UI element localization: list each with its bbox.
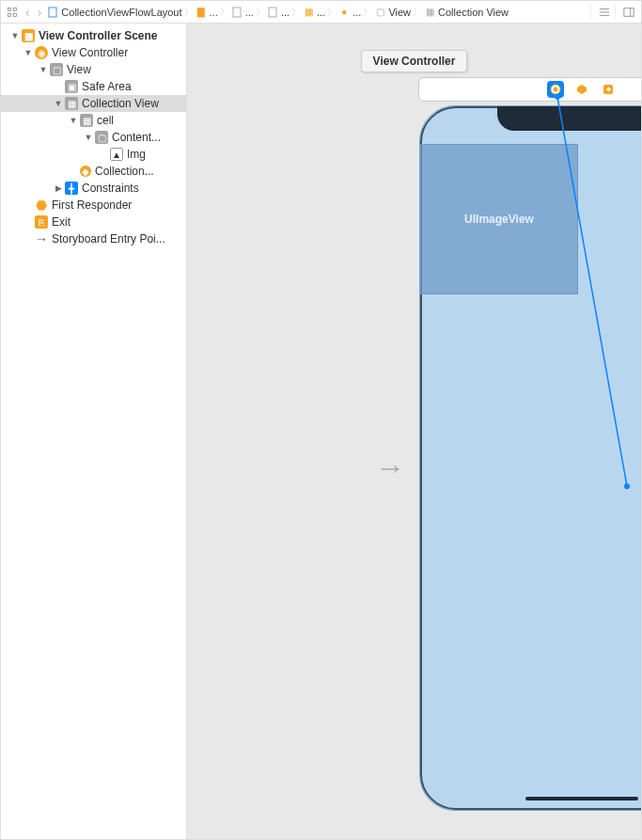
breadcrumb-item[interactable]: ... — [317, 7, 325, 18]
view-icon: ▢ — [374, 7, 385, 18]
svg-rect-4 — [49, 8, 56, 17]
outline-label: Storyboard Entry Poi... — [52, 232, 186, 246]
imageview-placeholder: UIImageView — [464, 213, 534, 226]
svg-rect-6 — [269, 8, 276, 17]
disclosure-icon[interactable] — [23, 48, 33, 57]
home-indicator — [525, 797, 638, 800]
folder-icon: ▇ — [196, 7, 207, 18]
storyboard-icon — [267, 7, 278, 18]
outline-label: View Controller — [52, 46, 186, 59]
svg-rect-2 — [8, 13, 11, 16]
outline-label: View Controller Scene — [39, 29, 186, 42]
outline-content-view[interactable]: ▢ Content... — [1, 129, 186, 146]
view-icon: ▢ — [50, 63, 63, 76]
svg-rect-1 — [14, 8, 17, 10]
scene-icon: ▦ — [303, 7, 314, 18]
collectionview-icon: ▦ — [65, 97, 78, 110]
storyboard-entry-arrow-icon[interactable]: → — [375, 451, 405, 485]
outline-exit[interactable]: ⎘ Exit — [1, 214, 186, 230]
prototype-cell[interactable]: UIImageView — [420, 144, 578, 294]
storyboard-icon — [231, 7, 243, 18]
breadcrumb-item[interactable]: ... — [245, 7, 254, 18]
outline-view-controller[interactable]: ◉ View Controller — [1, 44, 186, 61]
svg-rect-5 — [233, 8, 241, 17]
svg-rect-10 — [623, 8, 633, 16]
vc-icon: ● — [338, 7, 350, 18]
top-toolbar: ‹ › CollectionViewFlowLayout 〉 ▇... 〉 ..… — [1, 1, 641, 24]
file-icon — [47, 7, 58, 18]
toggle-panel-icon[interactable] — [615, 5, 635, 20]
svg-point-13 — [554, 87, 558, 92]
constraints-icon: ╋ — [65, 182, 78, 195]
grid-icon: ▦ — [424, 7, 435, 18]
outline-label: Safe Area — [82, 80, 186, 93]
outline-label: First Responder — [52, 198, 186, 212]
disclosure-icon[interactable] — [10, 31, 20, 40]
nav-forward-icon[interactable]: › — [36, 5, 44, 20]
svg-rect-0 — [8, 8, 11, 10]
scene-dock[interactable] — [418, 77, 641, 102]
outline-label: Content... — [112, 131, 186, 144]
tooltip-view-controller: View Controller — [361, 50, 468, 72]
document-outline[interactable]: ▦ View Controller Scene ◉ View Controlle… — [1, 24, 187, 839]
outline-label: Collection... — [95, 165, 186, 178]
flowlayout-icon: ◆ — [80, 166, 91, 177]
outline-view[interactable]: ▢ View — [1, 61, 186, 78]
breadcrumb-item[interactable]: ... — [352, 7, 361, 18]
imageview-icon: ▲ — [110, 148, 123, 161]
outline-collection-view[interactable]: ▦ Collection View — [1, 95, 186, 112]
breadcrumb-item[interactable]: ... — [210, 7, 218, 18]
outline-label: cell — [97, 114, 186, 127]
contentview-icon: ▢ — [95, 131, 108, 144]
disclosure-icon[interactable] — [54, 99, 63, 108]
outline-flow-layout[interactable]: ◆ Collection... — [1, 163, 186, 180]
outline-entry-point[interactable]: → Storyboard Entry Poi... — [1, 230, 186, 247]
outline-label: Exit — [52, 215, 186, 229]
outline-label: View — [67, 63, 186, 76]
outline-label: Constraints — [82, 182, 186, 195]
exit-icon: ⎘ — [35, 215, 48, 229]
outline-label: Img — [127, 148, 186, 161]
dock-viewcontroller-icon[interactable] — [548, 82, 563, 97]
outline-img[interactable]: ▲ Img — [1, 146, 186, 163]
related-items-icon[interactable] — [5, 5, 20, 20]
svg-rect-3 — [14, 13, 17, 16]
disclosure-icon[interactable] — [39, 65, 48, 74]
breadcrumb-item[interactable]: Collection View — [438, 7, 509, 18]
scene-icon: ▦ — [22, 29, 35, 42]
device-frame[interactable]: UIImageView — [419, 105, 641, 811]
breadcrumb-item[interactable]: ... — [281, 7, 290, 18]
adjust-editor-icon[interactable] — [590, 5, 611, 20]
firstresponder-icon: ⬣ — [35, 198, 48, 212]
disclosure-icon[interactable] — [84, 133, 93, 142]
outline-safe-area[interactable]: ▣ Safe Area — [1, 78, 186, 95]
outline-cell[interactable]: ▦ cell — [1, 112, 186, 129]
cell-icon: ▦ — [80, 114, 93, 127]
vc-icon: ◉ — [35, 46, 48, 59]
outline-constraints[interactable]: ╋ Constraints — [1, 180, 186, 197]
breadcrumb-item[interactable]: View — [388, 7, 411, 18]
nav-back-icon[interactable]: ‹ — [23, 5, 32, 20]
dock-exit-icon[interactable] — [601, 82, 616, 97]
device-notch — [497, 106, 642, 131]
dock-firstresponder-icon[interactable] — [574, 82, 589, 97]
outline-scene[interactable]: ▦ View Controller Scene — [1, 27, 186, 44]
breadcrumb-root[interactable]: CollectionViewFlowLayout — [61, 7, 181, 18]
interface-builder-canvas[interactable]: View Controller UIImageView → — [187, 24, 641, 839]
entrypoint-icon: → — [35, 232, 48, 246]
disclosure-icon[interactable] — [69, 116, 78, 125]
outline-label: Collection View — [82, 97, 186, 110]
breadcrumb[interactable]: CollectionViewFlowLayout 〉 ▇... 〉 ... 〉 … — [47, 6, 587, 19]
outline-first-responder[interactable]: ⬣ First Responder — [1, 197, 186, 214]
safearea-icon: ▣ — [65, 80, 78, 93]
disclosure-icon[interactable] — [54, 183, 63, 193]
